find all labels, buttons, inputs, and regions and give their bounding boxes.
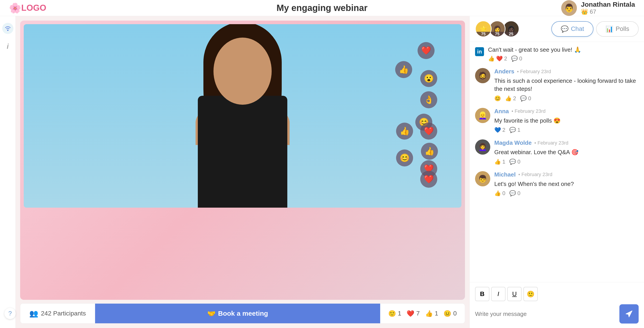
topbar: 🌸 LOGO My engaging webinar 👨 Jonathan Ri…: [0, 0, 644, 16]
user-points: 👑 67: [581, 8, 635, 15]
chat-bubble-icon: 💬: [561, 25, 568, 33]
emoji-counts: 🙂 1 ❤️ 7 👍 1 😐 0: [380, 310, 465, 317]
like-reaction: 👍 ❤️ 2: [488, 56, 507, 62]
crown-icon: 👑: [581, 8, 588, 15]
reaction-thumbs-1: 👍: [395, 61, 412, 78]
neutral-count: 😐 0: [444, 310, 457, 317]
heart-count: ❤️ 7: [406, 310, 420, 317]
user-name: Jonathan Rintala: [581, 1, 635, 8]
anna-text: My favorite is the polls 😍: [494, 116, 639, 124]
magda-time: • February 23rd: [534, 140, 568, 146]
main-layout: i: [0, 16, 644, 328]
magda-reactions: 👍1 💬0: [494, 159, 639, 165]
video-background: ❤️ 👍 😮 👌 😊 👍 ❤️ 👍 😊 ❤️ ❤️: [24, 24, 462, 208]
book-icon: 🤝: [207, 310, 216, 318]
list-item: 🧔 Anders • February 23rd This is such a …: [475, 68, 639, 102]
video-bottom-bar: 👥 242 Participants 🤝 Book a meeting 🙂 1 …: [20, 304, 465, 324]
anna-name: Anna: [494, 108, 509, 115]
michael-header: Michael • February 23rd: [494, 171, 639, 178]
video-section: ❤️ 👍 😮 👌 😊 👍 ❤️ 👍 😊 ❤️ ❤️: [16, 16, 470, 328]
thumbs-count: 👍 1: [425, 310, 438, 317]
page-title: My engaging webinar: [276, 3, 368, 13]
linkedin-icon: in: [475, 47, 484, 56]
list-item: 👩‍🦱 Magda Wolde • February 23rd Great we…: [475, 140, 639, 165]
logo-text: LOGO: [21, 3, 46, 13]
michael-reactions: 👍0 💬0: [494, 190, 639, 196]
michael-content: Michael • February 23rd Let's go! When's…: [494, 171, 639, 196]
michael-avatar: 👦: [475, 171, 490, 186]
participants-icon: 👥: [29, 309, 38, 318]
michael-text: Let's go! When's the next one?: [494, 180, 639, 188]
anna-reactions: 💙2 💬1: [494, 127, 639, 133]
anna-header: Anna • February 23rd: [494, 108, 639, 115]
svg-point-0: [7, 30, 8, 31]
anders-content: Anders • February 23rd This is such a co…: [494, 68, 639, 102]
message-input[interactable]: [475, 307, 616, 321]
chat-messages: in Can't wait - great to see you live! 🙏…: [470, 42, 644, 282]
signal-icon[interactable]: [2, 23, 14, 34]
avatar-group: ⭐ 75 👩 75 👩🏿 25: [475, 20, 519, 37]
help-button[interactable]: ?: [4, 308, 16, 319]
reaction-thumbs-3: 👍: [421, 143, 438, 160]
magda-name: Magda Wolde: [494, 140, 532, 146]
anders-time: • February 23rd: [517, 69, 551, 74]
tab-chat-button[interactable]: 💬 Chat: [551, 21, 594, 37]
user-details: Jonathan Rintala 👑 67: [581, 1, 635, 15]
book-meeting-button[interactable]: 🤝 Book a meeting: [95, 304, 380, 323]
presenter-person: [170, 24, 315, 208]
tab-buttons: 💬 Chat 📊 Polls: [551, 21, 639, 37]
reaction-heart-2: ❤️: [420, 122, 437, 140]
list-item: 👱‍♀️ Anna • February 23rd My favorite is…: [475, 108, 639, 133]
magda-header: Magda Wolde • February 23rd: [494, 140, 639, 146]
reaction-thumbs-2: 👍: [396, 122, 413, 140]
logo-icon: 🌸: [9, 2, 21, 14]
anders-avatar: 🧔: [475, 68, 490, 83]
comment-reaction: 💬 0: [511, 56, 522, 62]
anna-time: • February 23rd: [512, 108, 546, 114]
chat-header: ⭐ 75 👩 75 👩🏿 25 💬 Chat 📊: [470, 16, 644, 42]
user-info: 👨 Jonathan Rintala 👑 67: [561, 0, 635, 16]
polls-icon: 📊: [606, 25, 613, 33]
chat-input-area: B I U 🙂: [470, 282, 644, 328]
anders-header: Anders • February 23rd: [494, 68, 639, 75]
tab-polls-button[interactable]: 📊 Polls: [596, 21, 639, 37]
avatar-1: ⭐ 75: [475, 20, 492, 37]
magda-content: Magda Wolde • February 23rd Great webina…: [494, 140, 639, 165]
smiley-count: 🙂 1: [388, 310, 402, 317]
avatar: 👨: [561, 0, 577, 16]
magda-avatar: 👩‍🦱: [475, 140, 490, 154]
anders-text: This is such a cool experience - looking…: [494, 77, 639, 93]
input-row: [475, 304, 639, 324]
send-button[interactable]: [620, 304, 639, 324]
left-sidebar: i: [0, 16, 16, 328]
video-container: ❤️ 👍 😮 👌 😊 👍 ❤️ 👍 😊 ❤️ ❤️: [24, 24, 462, 208]
reaction-wow-1: 😮: [420, 70, 437, 87]
emoji-button[interactable]: 🙂: [524, 287, 538, 301]
linkedin-reactions: 👍 ❤️ 2 💬 0: [488, 56, 639, 62]
question-icon: ?: [8, 310, 12, 317]
chat-panel: ⭐ 75 👩 75 👩🏿 25 💬 Chat 📊: [470, 16, 644, 328]
anders-reactions: 😊 👍2 💬0: [494, 95, 639, 102]
info-icon[interactable]: i: [2, 41, 14, 52]
reaction-ok-1: 👌: [420, 91, 437, 108]
italic-button[interactable]: I: [491, 287, 506, 301]
anna-avatar: 👱‍♀️: [475, 108, 490, 123]
anna-content: Anna • February 23rd My favorite is the …: [494, 108, 639, 133]
linkedin-msg-text: Can't wait - great to see you live! 🙏: [488, 46, 639, 53]
bold-button[interactable]: B: [475, 287, 490, 301]
michael-time: • February 23rd: [518, 172, 552, 178]
list-item: 👦 Michael • February 23rd Let's go! When…: [475, 171, 639, 196]
michael-name: Michael: [494, 171, 516, 178]
linkedin-msg-content: Can't wait - great to see you live! 🙏 👍 …: [488, 46, 639, 62]
reactions-container: ❤️ 👍 😮 👌 😊 👍 ❤️ 👍 😊 ❤️ ❤️: [394, 24, 462, 208]
participants-count: 242 Participants: [41, 310, 86, 317]
underline-button[interactable]: U: [507, 287, 522, 301]
logo[interactable]: 🌸 LOGO: [9, 2, 46, 14]
participants-button[interactable]: 👥 242 Participants: [20, 304, 95, 323]
reaction-heart-1: ❤️: [418, 42, 434, 59]
reaction-smile-2: 😊: [396, 150, 413, 166]
video-outer-border: ❤️ 👍 😮 👌 😊 👍 ❤️ 👍 😊 ❤️ ❤️: [20, 20, 465, 300]
magda-text: Great webinar. Love the Q&A 🎯: [494, 148, 639, 156]
anders-name: Anders: [494, 68, 514, 75]
format-toolbar: B I U 🙂: [475, 287, 639, 301]
